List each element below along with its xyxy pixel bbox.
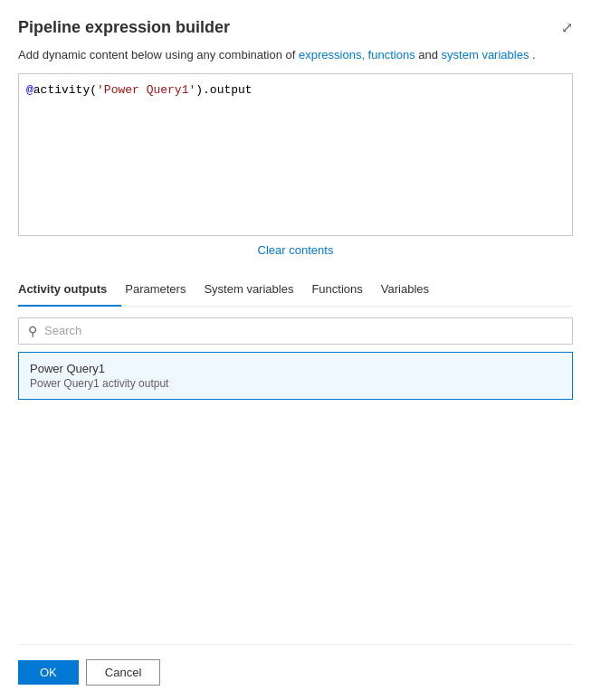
pipeline-expression-builder-dialog: Pipeline expression builder ⤢ Add dynami… <box>0 0 591 700</box>
dialog-title: Pipeline expression builder <box>18 18 230 37</box>
clear-contents-button[interactable]: Clear contents <box>18 243 573 257</box>
description: Add dynamic content below using any comb… <box>18 46 573 64</box>
tab-activity-outputs[interactable]: Activity outputs <box>18 275 121 307</box>
code-string-value: 'Power Query1' <box>97 83 195 97</box>
description-text-after: . <box>532 48 536 61</box>
code-at-symbol: @ <box>26 83 33 97</box>
tabs-section: Activity outputs Parameters System varia… <box>18 275 573 645</box>
system-variables-link[interactable]: system variables <box>442 48 529 61</box>
footer: OK Cancel <box>18 644 573 686</box>
code-editor[interactable]: @activity('Power Query1').output <box>18 73 573 236</box>
cancel-button[interactable]: Cancel <box>86 659 160 686</box>
tab-parameters[interactable]: Parameters <box>121 275 200 307</box>
ok-button[interactable]: OK <box>18 660 79 685</box>
list-item-title: Power Query1 <box>30 362 561 375</box>
dialog-header: Pipeline expression builder ⤢ <box>18 18 573 37</box>
tab-variables[interactable]: Variables <box>377 275 443 307</box>
code-property: ).output <box>195 83 252 97</box>
code-function-name: activity( <box>33 83 97 97</box>
expressions-functions-link[interactable]: expressions, functions <box>299 48 415 61</box>
search-icon: ⚲ <box>28 324 37 338</box>
tab-functions[interactable]: Functions <box>308 275 377 307</box>
tabs-container: Activity outputs Parameters System varia… <box>18 275 573 307</box>
expand-icon[interactable]: ⤢ <box>561 19 573 36</box>
search-input[interactable] <box>44 324 563 337</box>
description-text-before: Add dynamic content below using any comb… <box>18 48 299 61</box>
tab-system-variables[interactable]: System variables <box>200 275 308 307</box>
list-item[interactable]: Power Query1 Power Query1 activity outpu… <box>18 352 573 400</box>
list-item-subtitle: Power Query1 activity output <box>30 377 561 390</box>
search-container: ⚲ <box>18 317 573 345</box>
description-text-middle: and <box>418 48 441 61</box>
